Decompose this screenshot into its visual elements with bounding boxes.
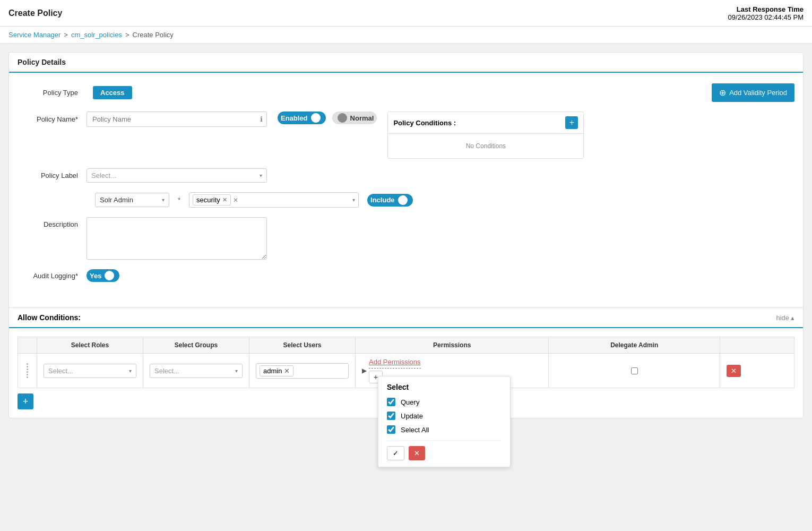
group-select-cell: Select... ▾ [143, 354, 249, 388]
breadcrumb-sep2: > [125, 31, 129, 39]
query-option[interactable]: Query [387, 398, 502, 406]
select-all-option[interactable]: Select All [387, 425, 502, 434]
policy-name-input-group: ℹ [87, 112, 267, 127]
allow-conditions-title: Allow Conditions: [18, 313, 81, 322]
confirm-icon: ✓ [393, 449, 399, 457]
enabled-toggle[interactable]: Enabled [278, 112, 326, 124]
delete-row-button[interactable]: ✕ [727, 365, 741, 377]
admin-tag: admin ✕ [260, 365, 293, 376]
breadcrumb-service-manager[interactable]: Service Manager [8, 31, 61, 39]
audit-toggle-label: Yes [90, 272, 101, 280]
add-row-button[interactable]: + [18, 393, 33, 409]
delegate-checkbox[interactable] [631, 367, 638, 374]
allow-conditions-header: Allow Conditions: hide ▴ [9, 308, 803, 328]
breadcrumb: Service Manager > cm_solr_policies > Cre… [0, 27, 812, 44]
include-knob [398, 195, 408, 205]
role-dropdown[interactable]: Solr Admin ▾ [95, 193, 169, 207]
description-row: Description [18, 217, 794, 260]
audit-logging-toggle[interactable]: Yes [87, 269, 119, 282]
row-role-chevron-icon: ▾ [129, 368, 132, 374]
normal-label: Normal [350, 114, 374, 122]
admin-tag-remove[interactable]: ✕ [284, 367, 290, 375]
response-time-label: Last Response Time [728, 5, 804, 13]
drag-handle[interactable] [24, 361, 30, 380]
description-textarea[interactable] [87, 217, 267, 260]
dropdown-confirm-button[interactable]: ✓ [387, 446, 404, 460]
role-chevron-icon: ▾ [162, 197, 165, 203]
page-title: Create Policy [8, 8, 62, 18]
response-time-block: Last Response Time 09/26/2023 02:44:45 P… [728, 5, 804, 21]
drag-cell [18, 354, 37, 388]
include-toggle[interactable]: Include [367, 194, 413, 207]
tag-input-chevron-icon[interactable]: ▾ [352, 197, 355, 203]
hide-link[interactable]: hide ▴ [776, 314, 794, 322]
admin-tag-label: admin [263, 367, 282, 375]
response-time-value: 09/26/2023 02:44:45 PM [728, 13, 804, 21]
update-option[interactable]: Update [387, 412, 502, 420]
toggle-group: Enabled Normal [278, 112, 377, 124]
dropdown-cancel-button[interactable]: ✕ [409, 446, 425, 460]
row-users-tag-input[interactable]: admin ✕ [256, 363, 349, 379]
breadcrumb-cm-solr[interactable]: cm_solr_policies [71, 31, 122, 39]
delegate-col-header: Delegate Admin [549, 337, 720, 354]
policy-type-row: Policy Type Access ⊕ Add Validity Period [18, 83, 794, 102]
normal-toggle[interactable]: Normal [332, 112, 377, 124]
security-tag: security ✕ [193, 194, 231, 205]
dropdown-footer: ✓ ✕ [387, 440, 502, 460]
breadcrumb-sep1: > [64, 31, 68, 39]
row-group-chevron-icon: ▾ [235, 368, 238, 374]
select-all-checkbox[interactable] [387, 425, 395, 434]
role-value: Solr Admin [100, 196, 160, 204]
no-conditions-text: No Conditions [388, 134, 583, 158]
role-select-cell: Select... ▾ [37, 354, 143, 388]
policy-details-header: Policy Details [9, 53, 803, 73]
add-validity-button[interactable]: ⊕ Add Validity Period [712, 83, 794, 102]
add-condition-button[interactable]: + [565, 116, 578, 129]
users-cell: admin ✕ [249, 354, 356, 388]
permissions-dropdown: Select Query Update Select All ✓ [378, 376, 511, 467]
permissions-col-header: Permissions [356, 337, 549, 354]
conditions-table-area: Select Roles Select Groups Select Users … [9, 328, 803, 418]
policy-type-label: Policy Type [18, 89, 87, 97]
policy-type-left: Policy Type Access [18, 86, 132, 99]
policy-name-section: Policy Name* ℹ Enabled Normal [18, 112, 794, 159]
include-label: Include [370, 196, 395, 204]
row-group-dropdown[interactable]: Select... ▾ [150, 364, 243, 378]
enabled-knob [311, 113, 321, 123]
policy-label-label: Policy Label [18, 172, 87, 179]
policy-label-dropdown[interactable]: Select... ▾ [87, 168, 267, 183]
tag-input-clear-icon[interactable]: ✕ [233, 196, 238, 204]
access-button[interactable]: Access [93, 86, 132, 99]
main-content: Policy Details Policy Type Access ⊕ Add … [8, 52, 804, 418]
del-col-header [720, 337, 794, 354]
update-label: Update [401, 412, 423, 420]
groups-col-header: Select Groups [143, 337, 249, 354]
delete-cell: ✕ [720, 354, 794, 388]
select-all-label: Select All [401, 426, 429, 434]
policy-label-row: Policy Label Select... ▾ [18, 168, 794, 183]
policy-label-chevron-icon: ▾ [260, 173, 262, 178]
hide-label: hide [776, 314, 789, 322]
query-checkbox[interactable] [387, 398, 395, 406]
policy-name-input[interactable] [87, 112, 267, 127]
cancel-icon: ✕ [414, 449, 420, 457]
hide-chevron-icon: ▴ [791, 314, 794, 322]
security-tag-label: security [196, 196, 220, 204]
update-checkbox[interactable] [387, 412, 395, 420]
policy-name-label: Policy Name* [18, 115, 87, 123]
policy-conditions-box: Policy Conditions : + No Conditions [387, 112, 584, 159]
policy-details-body: Policy Type Access ⊕ Add Validity Period… [9, 73, 803, 302]
description-label: Description [18, 217, 87, 228]
add-permissions-link[interactable]: Add Permissions [369, 358, 421, 369]
enabled-label: Enabled [281, 114, 308, 122]
row-role-dropdown[interactable]: Select... ▾ [44, 364, 136, 378]
audit-toggle-knob [105, 271, 114, 280]
row-role-placeholder: Select... [48, 367, 127, 375]
roles-row: Solr Admin ▾ * security ✕ ✕ ▾ Include [18, 192, 794, 208]
drag-col-header [18, 337, 37, 354]
dropdown-title: Select [387, 383, 502, 391]
delegate-checkbox-container [555, 367, 713, 374]
allow-conditions-section: Allow Conditions: hide ▴ Select Roles Se… [9, 307, 803, 418]
tag-input[interactable]: security ✕ ✕ ▾ [189, 192, 359, 208]
security-tag-remove[interactable]: ✕ [222, 196, 227, 203]
